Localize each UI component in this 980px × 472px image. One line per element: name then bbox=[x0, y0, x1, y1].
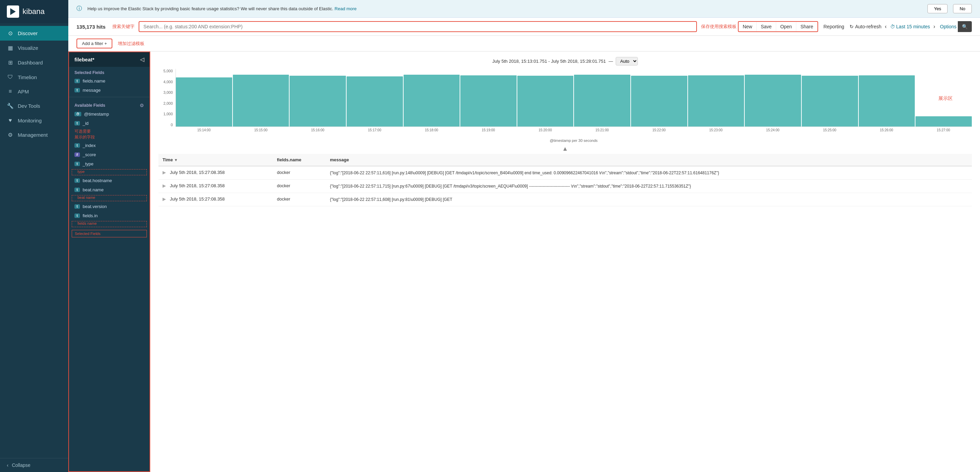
chart-up-arrow[interactable]: ▲ bbox=[158, 145, 972, 154]
visualize-icon: ▦ bbox=[7, 45, 14, 51]
banner-text: Help us improve the Elastic Stack by pro… bbox=[88, 6, 922, 11]
field-item-beat-hostname[interactable]: t beat.hostname bbox=[69, 176, 150, 185]
sidebar-item-apm[interactable]: ≡ APM bbox=[0, 84, 68, 98]
beat-name-annotation: beat name bbox=[72, 195, 147, 201]
chart-bar-1 bbox=[233, 75, 289, 127]
chart-bar-9 bbox=[688, 75, 745, 127]
x-label-10: 15:24:00 bbox=[745, 128, 802, 132]
prev-arrow-button[interactable]: ‹ bbox=[883, 22, 888, 31]
open-button[interactable]: Open bbox=[776, 22, 796, 32]
field-type-t-7: t bbox=[75, 188, 80, 192]
chart-bar-12 bbox=[859, 75, 915, 127]
banner-message: Help us improve the Elastic Stack by pro… bbox=[88, 6, 333, 11]
clock-icon: ⏱ bbox=[890, 24, 895, 29]
chart-bar-8 bbox=[631, 76, 687, 127]
sidebar-item-devtools[interactable]: 🔧 Dev Tools bbox=[0, 98, 68, 113]
sidebar-item-discover[interactable]: ⊙ Discover bbox=[0, 26, 68, 41]
field-item-score[interactable]: # _score bbox=[69, 150, 150, 159]
sidebar-nav: ⊙ Discover ▦ Visualize ⊞ Dashboard 🛡 Tim… bbox=[0, 23, 68, 458]
field-type-t-3: t bbox=[75, 121, 80, 125]
svg-marker-0 bbox=[10, 8, 16, 15]
field-type-t-9: t bbox=[75, 214, 80, 218]
table-row: ▶ July 5th 2018, 15:27:08.358 docker {"l… bbox=[158, 180, 972, 193]
results-table: Time ▼ fields.name message bbox=[158, 154, 972, 206]
expand-row-1-button[interactable]: ▶ bbox=[162, 183, 166, 188]
collapse-button[interactable]: ‹ Collapse bbox=[0, 458, 68, 472]
field-item-index[interactable]: t _index bbox=[69, 141, 150, 150]
time-range-label: Last 15 minutes bbox=[896, 24, 930, 29]
sidebar-item-label-discover: Discover bbox=[18, 30, 38, 36]
col-time-label: Time bbox=[162, 157, 173, 162]
next-arrow-button[interactable]: › bbox=[931, 22, 937, 31]
chart-bar-2 bbox=[290, 76, 346, 127]
discover-icon: ⊙ bbox=[7, 30, 14, 36]
cell-fields-name-1: docker bbox=[273, 180, 326, 193]
field-item-id[interactable]: t _id bbox=[69, 119, 150, 128]
sidebar-item-dashboard[interactable]: ⊞ Dashboard bbox=[0, 55, 68, 70]
gear-icon[interactable]: ⚙ bbox=[140, 103, 144, 108]
add-filter-button[interactable]: Add a filter + bbox=[76, 38, 112, 48]
available-fields-header: Available Fields ⚙ bbox=[69, 99, 150, 109]
type-annotation: type bbox=[72, 169, 147, 175]
search-input[interactable] bbox=[143, 24, 692, 29]
sidebar-logo: kibana bbox=[0, 0, 68, 23]
col-fields-name-label: fields.name bbox=[277, 157, 302, 162]
results-table-area: Time ▼ fields.name message bbox=[150, 154, 980, 472]
th-time: Time ▼ bbox=[158, 154, 273, 166]
new-button[interactable]: New bbox=[738, 22, 757, 32]
time-range-button[interactable]: ⏱ Last 15 minutes bbox=[890, 22, 930, 31]
auto-refresh-button[interactable]: ↻ Auto-refresh bbox=[850, 24, 881, 29]
chart-time-range-text: July 5th 2018, 15:13:01.751 - July 5th 2… bbox=[492, 59, 606, 64]
field-item-beat-version[interactable]: t beat.version bbox=[69, 202, 150, 211]
search-box[interactable] bbox=[138, 21, 697, 32]
dashboard-icon: ⊞ bbox=[7, 59, 14, 66]
banner-read-more-link[interactable]: Read more bbox=[335, 6, 356, 11]
save-button[interactable]: Save bbox=[757, 22, 776, 32]
field-name-score: _score bbox=[83, 152, 96, 157]
search-execute-button[interactable]: 🔍 bbox=[958, 21, 972, 32]
field-name-fields-in: fields.in bbox=[83, 213, 98, 218]
banner-no-button[interactable]: No bbox=[953, 4, 972, 13]
sidebar-item-monitoring[interactable]: ♥ Monitoring bbox=[0, 113, 68, 128]
interval-select[interactable]: Auto bbox=[616, 57, 638, 65]
panel-toggle-button[interactable]: ◁ bbox=[140, 56, 144, 63]
expand-row-2-button[interactable]: ▶ bbox=[162, 196, 166, 201]
sidebar-item-label-management: Management bbox=[18, 132, 48, 138]
field-item-type[interactable]: t _type bbox=[69, 159, 150, 168]
y-label-2000: 2,000 bbox=[163, 101, 173, 105]
main-content: ⓘ Help us improve the Elastic Stack by p… bbox=[68, 0, 980, 472]
sidebar-item-timelion[interactable]: 🛡 Timelion bbox=[0, 70, 68, 84]
chart-bar-13 bbox=[915, 116, 972, 127]
field-item-beat-name[interactable]: t beat.name bbox=[69, 185, 150, 195]
field-type-t-8: t bbox=[75, 204, 80, 209]
sidebar-item-management[interactable]: ⚙ Management bbox=[0, 128, 68, 142]
field-item-fields-name[interactable]: t fields.name bbox=[69, 76, 150, 86]
management-icon: ⚙ bbox=[7, 131, 14, 138]
sort-arrow-icon[interactable]: ▼ bbox=[174, 158, 178, 162]
cell-fields-name-0: docker bbox=[273, 166, 326, 180]
field-name-message: message bbox=[83, 88, 101, 93]
sidebar-item-label-monitoring: Monitoring bbox=[18, 118, 42, 124]
fields-name-annotation: fields name bbox=[72, 221, 147, 227]
share-button[interactable]: Share bbox=[796, 22, 817, 32]
field-item-timestamp[interactable]: ⏱ @timestamp bbox=[69, 109, 150, 119]
section-divider bbox=[69, 97, 150, 97]
x-label-0: 15:14:00 bbox=[175, 128, 232, 132]
options-link[interactable]: Options bbox=[940, 24, 956, 29]
table-row: ▶ July 5th 2018, 15:27:08.358 docker {"l… bbox=[158, 193, 972, 206]
filter-row: Add a filter + 增加过滤模板 bbox=[68, 36, 980, 52]
table-row: ▶ July 5th 2018, 15:27:08.358 docker {"l… bbox=[158, 166, 972, 180]
sidebar-item-label-dashboard: Dashboard bbox=[18, 60, 43, 65]
reporting-button[interactable]: Reporting bbox=[819, 22, 848, 32]
field-item-fields-in[interactable]: t fields.in bbox=[69, 211, 150, 220]
expand-row-0-button[interactable]: ▶ bbox=[162, 170, 166, 175]
field-item-message[interactable]: t message bbox=[69, 86, 150, 95]
annotation-save: 保存使用搜索模板 bbox=[701, 24, 737, 30]
field-type-t-2: t bbox=[75, 88, 80, 92]
y-label-4000: 4,000 bbox=[163, 80, 173, 84]
field-name-beat-name: beat.name bbox=[83, 187, 103, 192]
banner-yes-button[interactable]: Yes bbox=[928, 4, 948, 13]
field-type-hash: # bbox=[75, 152, 80, 157]
th-message: message bbox=[326, 154, 972, 166]
sidebar-item-visualize[interactable]: ▦ Visualize bbox=[0, 41, 68, 55]
